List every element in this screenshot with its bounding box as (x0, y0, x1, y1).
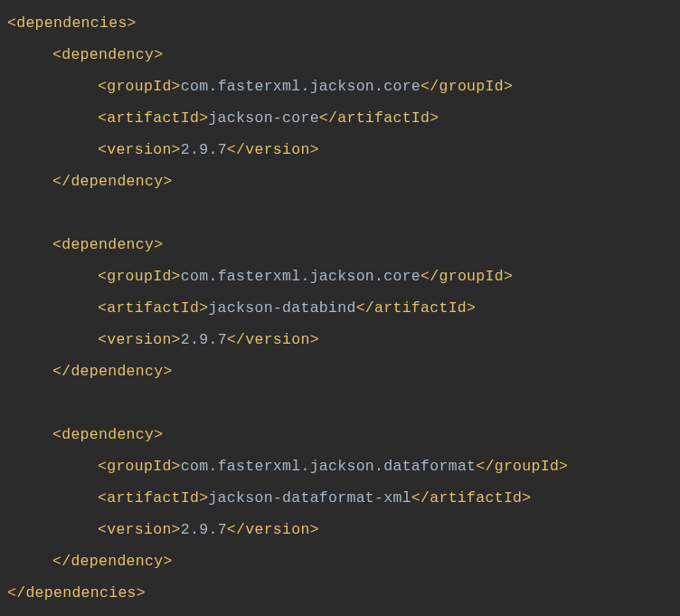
artifactid-value: jackson-databind (208, 299, 355, 317)
xml-line: <groupId>com.fasterxml.jackson.dataforma… (7, 450, 673, 482)
xml-line: </dependency> (7, 545, 673, 577)
xml-line: </dependencies> (7, 577, 673, 609)
xml-line: <version>2.9.7</version> (7, 324, 673, 355)
tag-close-artifactid: </artifactId> (356, 299, 477, 317)
version-value: 2.9.7 (181, 141, 227, 158)
blank-line (7, 197, 673, 229)
tag-open-dependency: <dependency> (52, 426, 163, 443)
tag-close-artifactid: </artifactId> (411, 489, 532, 507)
tag-open-groupid: <groupId> (98, 78, 181, 95)
tag-close-dependencies: </dependencies> (7, 584, 146, 602)
xml-line: <version>2.9.7</version> (7, 134, 673, 166)
tag-close-artifactid: </artifactId> (319, 109, 439, 127)
tag-close-version: </version> (227, 331, 319, 348)
tag-open-dependency: <dependency> (52, 236, 163, 253)
xml-line: <groupId>com.fasterxml.jackson.core</gro… (7, 71, 673, 102)
tag-close-groupid: </groupId> (420, 78, 513, 95)
groupid-value: com.fasterxml.jackson.core (181, 268, 420, 285)
tag-open-groupid: <groupId> (98, 268, 181, 285)
tag-open-dependencies: <dependencies> (7, 14, 137, 32)
xml-line: <dependencies> (7, 7, 673, 39)
groupid-value: com.fasterxml.jackson.dataformat (181, 458, 476, 475)
artifactid-value: jackson-core (208, 109, 318, 127)
xml-line: <artifactId>jackson-dataformat-xml</arti… (7, 482, 673, 514)
version-value: 2.9.7 (181, 521, 227, 538)
version-value: 2.9.7 (181, 331, 227, 348)
xml-line: <dependency> (7, 39, 673, 71)
xml-line: <version>2.9.7</version> (7, 514, 673, 545)
xml-line: <artifactId>jackson-core</artifactId> (7, 102, 673, 134)
xml-line: </dependency> (7, 166, 673, 197)
tag-open-version: <version> (98, 141, 181, 158)
tag-open-version: <version> (98, 521, 181, 538)
tag-close-groupid: </groupId> (420, 268, 513, 285)
xml-line: <artifactId>jackson-databind</artifactId… (7, 292, 673, 324)
xml-line: <groupId>com.fasterxml.jackson.core</gro… (7, 261, 673, 292)
blank-line (7, 387, 673, 419)
tag-open-artifactid: <artifactId> (98, 299, 208, 317)
xml-line: <dependency> (7, 229, 673, 261)
code-block: <dependencies> <dependency> <groupId>com… (7, 7, 673, 609)
tag-close-dependency: </dependency> (52, 553, 173, 570)
tag-close-version: </version> (227, 141, 319, 158)
artifactid-value: jackson-dataformat-xml (208, 489, 411, 507)
tag-close-dependency: </dependency> (52, 363, 173, 380)
xml-line: <dependency> (7, 419, 673, 450)
xml-line: </dependency> (7, 355, 673, 387)
tag-close-version: </version> (227, 521, 319, 538)
groupid-value: com.fasterxml.jackson.core (181, 78, 420, 95)
tag-open-version: <version> (98, 331, 181, 348)
tag-open-groupid: <groupId> (98, 458, 181, 475)
tag-close-groupid: </groupId> (476, 458, 568, 475)
tag-open-artifactid: <artifactId> (98, 109, 208, 127)
tag-close-dependency: </dependency> (52, 173, 173, 190)
tag-open-artifactid: <artifactId> (98, 489, 208, 507)
tag-open-dependency: <dependency> (52, 46, 163, 63)
